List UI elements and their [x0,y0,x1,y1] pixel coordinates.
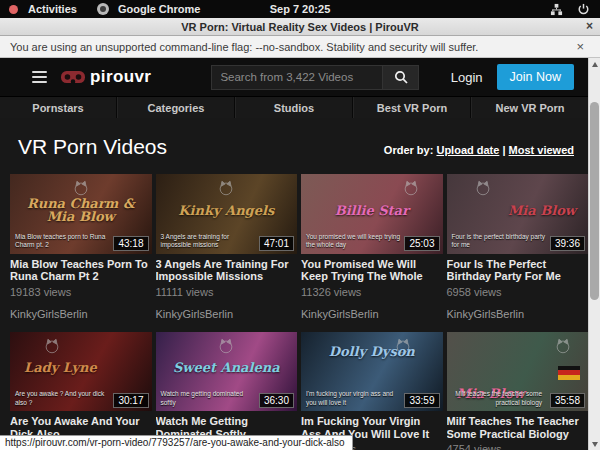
duration-badge: 47:01 [259,236,294,251]
window-close-button[interactable]: × [586,19,593,33]
duration-badge: 35:58 [550,393,585,408]
order-upload-date-link[interactable]: Upload date [436,144,499,156]
network-tree-icon[interactable] [550,3,563,16]
video-card: Mia Blow Milf teaches the teacher some p… [447,332,589,450]
site-logo[interactable]: pirouvr [61,67,151,87]
thumbnail-overlay-title: Billie Star [301,204,443,218]
video-card: Sweet Analena Watch me getting dominated… [156,332,298,450]
video-channel[interactable]: KinkyGirlsBerlin [156,308,298,320]
thumbnail-overlay-title: Lady Lyne [10,361,152,375]
thumbnail-overlay-title: Dolly Dyson [301,345,443,359]
search-input[interactable] [211,65,383,90]
video-title[interactable]: Milf Teaches The Teacher Some Practical … [447,415,589,440]
duration-badge: 36:30 [259,393,294,408]
scroll-down-arrow-icon[interactable] [589,438,600,450]
login-link[interactable]: Login [451,70,483,85]
search-button[interactable] [383,65,419,90]
app-menu-button[interactable]: Google Chrome [114,3,205,15]
studio-watermark-icon [402,179,420,197]
video-card: Runa Charm & Mia Blow Mia Blow teaches p… [10,174,152,320]
video-views: 11111 views [156,286,298,298]
chrome-infobar: You are using an unsupported command-lin… [0,36,600,58]
logo-text: pirouvr [90,67,151,87]
clock[interactable]: Sep 7 20:25 [0,3,600,15]
nav-item-pornstars[interactable]: Pornstars [0,97,117,118]
video-title[interactable]: 3 Angels Are Training For Impossible Mis… [156,258,298,283]
studio-watermark-icon [554,337,572,355]
duration-badge: 33:59 [404,393,439,408]
thumbnail-overlay-title: Sweet Analena [156,361,298,375]
thumbnail-caption: Watch me getting dominated softly [161,390,256,407]
power-icon[interactable] [577,3,590,16]
video-views: 19183 views [10,286,152,298]
video-channel[interactable]: KinkyGirlsBerlin [447,308,589,320]
video-card: Billie Star You promised we will keep tr… [301,174,443,320]
thumbnail-overlay-title: Runa Charm & Mia Blow [10,197,152,224]
video-thumbnail[interactable]: Mia Blow Milf teaches the teacher some p… [447,332,589,412]
video-thumbnail[interactable]: Dolly Dyson I'm fucking your virgin ass … [301,332,443,412]
video-card: Mia Blow Four is the perfect birthday pa… [447,174,589,320]
video-views: 11326 views [301,286,443,298]
thumbnail-caption: You promised we will keep trying the who… [306,233,401,250]
activities-button[interactable]: Activities [24,3,81,15]
main-nav: Pornstars Categories Studios Best VR Por… [0,96,588,118]
window-title: VR Porn: Virtual Reality Sex Videos | Pi… [181,21,418,33]
thumbnail-caption: 3 Angels are training for impossible mis… [161,233,256,250]
activities-indicator-icon [9,5,18,14]
video-channel[interactable]: KinkyGirlsBerlin [301,308,443,320]
infobar-close-icon[interactable]: × [576,39,590,54]
browser-viewport: pirouvr Login Join Now Pornstars Categor… [0,58,600,450]
scroll-up-arrow-icon[interactable] [589,58,600,70]
studio-watermark-icon [474,179,492,197]
video-thumbnail[interactable]: Mia Blow Four is the perfect birthday pa… [447,174,589,254]
order-separator: | [502,144,505,156]
nav-item-categories[interactable]: Categories [117,97,235,118]
video-thumbnail[interactable]: Runa Charm & Mia Blow Mia Blow teaches p… [10,174,152,254]
video-views: 4754 views [447,443,589,450]
german-flag-icon [558,366,580,380]
system-tray [550,3,600,16]
order-by: Order by: Upload date | Most viewed [384,144,582,156]
screen: Activities Google Chrome Sep 7 20:25 VR … [0,0,600,450]
video-card: Dolly Dyson I'm fucking your virgin ass … [301,332,443,450]
vr-goggles-icon [61,71,85,84]
thumbnail-overlay-title: Mia Blow [447,204,589,218]
video-grid: Runa Charm & Mia Blow Mia Blow teaches p… [10,174,588,450]
thumbnail-caption: Milf teaches the teacher some practical … [447,390,543,407]
studio-watermark-icon [72,179,90,197]
video-views: 6958 views [447,286,589,298]
nav-item-new-vr-porn[interactable]: New VR Porn [471,97,588,118]
order-by-label: Order by: [384,144,434,156]
menu-hamburger-icon[interactable] [32,71,47,83]
studio-watermark-icon [217,179,235,197]
scrollbar-thumb[interactable] [590,102,599,300]
site-header: pirouvr Login Join Now [0,58,588,96]
search-bar [211,65,419,90]
video-card: Kinky Angels 3 Angels are training for i… [156,174,298,320]
chrome-app-icon [97,3,109,15]
video-card: Lady Lyne Are you awake ? And your dick … [10,332,152,450]
duration-badge: 39:36 [550,236,585,251]
status-url-tooltip: https://pirouvr.com/vr-porn-video/779325… [0,435,353,450]
video-channel[interactable]: KinkyGirlsBerlin [10,308,152,320]
thumbnail-caption: Are you awake ? And your dick also ? [15,390,110,407]
video-thumbnail[interactable]: Lady Lyne Are you awake ? And your dick … [10,332,152,412]
duration-badge: 30:17 [113,393,148,408]
studio-watermark-icon [217,337,235,355]
thumbnail-caption: Mia Blow teaches porn to Runa Charm pt. … [15,233,110,250]
video-thumbnail[interactable]: Kinky Angels 3 Angels are training for i… [156,174,298,254]
join-now-button[interactable]: Join Now [497,64,574,90]
video-title[interactable]: Mia Blow Teaches Porn To Runa Charm Pt 2 [10,258,152,283]
video-thumbnail[interactable]: Sweet Analena Watch me getting dominated… [156,332,298,412]
video-title[interactable]: You Promised We Will Keep Trying The Who… [301,258,443,283]
nav-item-studios[interactable]: Studios [235,97,353,118]
nav-item-best-vr-porn[interactable]: Best VR Porn [353,97,471,118]
video-thumbnail[interactable]: Billie Star You promised we will keep tr… [301,174,443,254]
infobar-message: You are using an unsupported command-lin… [10,41,478,53]
vertical-scrollbar[interactable] [588,58,600,450]
thumbnail-caption: I'm fucking your virgin ass and you will… [306,390,401,407]
order-most-viewed-link[interactable]: Most viewed [509,144,574,156]
duration-badge: 43:18 [113,236,148,251]
duration-badge: 25:03 [404,236,439,251]
video-title[interactable]: Four Is The Perfect Birthday Party For M… [447,258,589,283]
